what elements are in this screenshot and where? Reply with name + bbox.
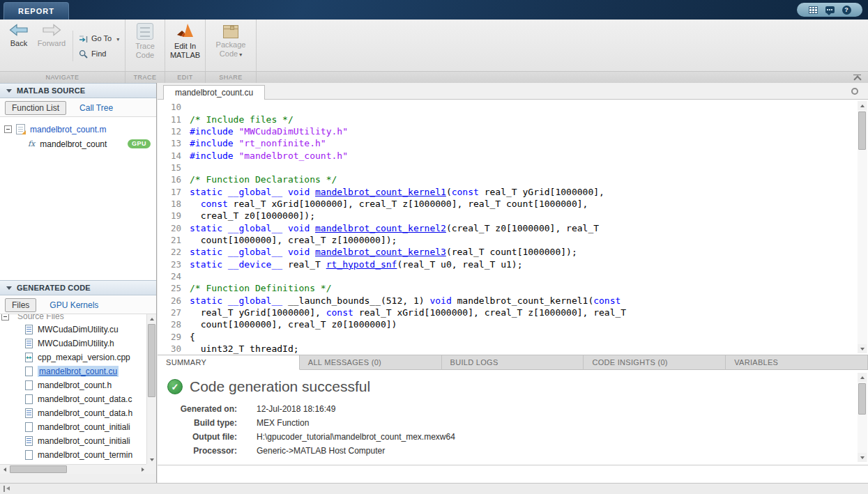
file-list-item[interactable]: mandelbrot_count_initiali — [0, 420, 147, 434]
code-line: 10 — [163, 101, 854, 113]
edit-group: Edit In MATLAB — [165, 20, 206, 71]
bottom-tab[interactable]: BUILD LOGS — [442, 355, 584, 370]
back-button[interactable]: Back — [3, 23, 34, 47]
summary-title: Code generation successful — [190, 378, 370, 395]
scrollbar-thumb[interactable] — [148, 324, 155, 397]
share-group-label: SHARE — [206, 72, 257, 83]
minimize-ribbon-icon[interactable] — [853, 75, 861, 81]
file-name: mandelbrot_count.h — [38, 380, 112, 390]
scrollbar-thumb[interactable] — [858, 111, 866, 150]
source-file-icon — [25, 422, 33, 432]
bottom-tab-label: ALL MESSAGES (0) — [308, 358, 381, 366]
file-list-item[interactable]: mandelbrot_count_data.c — [0, 392, 147, 406]
summary-scrollbar[interactable] — [858, 373, 867, 462]
package-code-button[interactable]: Package Code — [206, 23, 256, 59]
edit-in-matlab-button[interactable]: Edit In MATLAB — [165, 23, 205, 60]
scroll-down-button[interactable] — [858, 344, 867, 353]
main-panel: mandelbrot_count.cu 10 11 /* Include fil… — [158, 83, 868, 483]
panel-tab[interactable]: GPU Kernels — [43, 299, 105, 311]
panel-tab[interactable]: Call Tree — [73, 102, 119, 114]
code-text: creal_T z0[1000000]); — [190, 210, 315, 221]
matlab-source-header[interactable]: MATLAB SOURCE — [0, 83, 156, 98]
trace-code-icon — [137, 23, 153, 40]
file-list-scrollbar[interactable] — [146, 314, 156, 464]
line-number: 24 — [163, 271, 181, 281]
status-bar — [0, 483, 868, 494]
scroll-up-button[interactable] — [147, 314, 156, 323]
scroll-left-button[interactable] — [0, 465, 9, 474]
trace-code-label: Trace Code — [126, 42, 164, 60]
code-link[interactable]: mandelbrot_count_kernel2 — [315, 223, 446, 233]
forward-button[interactable]: Forward — [36, 23, 67, 47]
file-list-item[interactable]: mandelbrot_count_data.h — [0, 406, 147, 420]
code-line: 24 — [163, 270, 854, 282]
file-list-item[interactable]: MWCudaDimUtility.cu — [0, 323, 147, 337]
gpu-badge: GPU — [128, 139, 151, 148]
file-list-item[interactable]: mandelbrot_count.cu — [0, 364, 147, 378]
summary-status: Code generation successful — [158, 370, 868, 395]
line-number: 21 — [163, 235, 181, 245]
code-line: 22 static __global__ void mandelbrot_cou… — [163, 246, 854, 258]
scroll-down-button[interactable] — [147, 455, 156, 464]
collapse-sidebar-icon[interactable] — [3, 486, 12, 492]
code-link[interactable]: mandelbrot_count_kernel3 — [315, 247, 446, 257]
file-list-item[interactable]: mandelbrot_count_termin — [0, 448, 147, 462]
code-scrollbar[interactable] — [858, 101, 867, 353]
bottom-tab[interactable]: VARIABLES — [726, 355, 868, 370]
scrollbar-thumb[interactable] — [10, 465, 67, 473]
line-number: 28 — [163, 319, 181, 330]
code-text: /* Function Declarations */ — [190, 174, 337, 185]
editor-tab-label: mandelbrot_count.cu — [175, 88, 253, 98]
tab-options-icon[interactable] — [851, 88, 858, 95]
sidebar-horizontal-scrollbar[interactable] — [0, 464, 147, 474]
goto-button[interactable]: Go To — [79, 31, 119, 46]
layout-grid-icon[interactable] — [809, 6, 818, 14]
sidebar: MATLAB SOURCE Function List Call Tree ma… — [0, 83, 157, 483]
file-list-item[interactable]: cpp_mexapi_version.cpp — [0, 350, 147, 364]
help-icon[interactable]: ? — [842, 6, 851, 15]
scroll-up-button[interactable] — [858, 373, 867, 382]
collapse-box-icon[interactable] — [1, 314, 9, 321]
code-text: static __global__ void mandelbrot_count_… — [190, 187, 604, 197]
line-number: 15 — [163, 162, 181, 173]
file-list-item[interactable]: MWCudaDimUtility.h — [0, 337, 147, 350]
file-name: mandelbrot_count_data.c — [38, 394, 132, 404]
panel-tab[interactable]: Function List — [5, 101, 66, 115]
file-rows: MWCudaDimUtility.cu MWCudaDimUtility.h c… — [0, 323, 147, 464]
code-line: 28 count[1000000], creal_T z0[1000000]) — [163, 318, 854, 330]
tree-item-function[interactable]: fx mandelbrot_count GPU — [0, 137, 156, 151]
scroll-up-button[interactable] — [858, 101, 867, 110]
trace-code-button[interactable]: Trace Code — [125, 23, 165, 60]
panel-tab[interactable]: Files — [5, 298, 36, 312]
code-viewer: 10 11 /* Include files */ 12 #include "M… — [158, 100, 868, 355]
report-tab[interactable]: REPORT — [3, 2, 69, 20]
code-line: 26 static __global__ __launch_bounds__(5… — [163, 295, 854, 307]
code-text: static __global__ __launch_bounds__(512,… — [190, 295, 620, 306]
code-line: 30 uint32_T threadId; — [163, 343, 854, 355]
code-line: 13 #include "rt_nonfinite.h" — [163, 137, 854, 149]
file-list-item[interactable]: mandelbrot_count_initiali — [0, 434, 147, 448]
tree-item-mfile[interactable]: mandelbrot_count.m — [0, 122, 156, 137]
scrollbar-thumb[interactable] — [858, 383, 866, 415]
editor-tab[interactable]: mandelbrot_count.cu — [163, 85, 265, 100]
file-tree-group-label: Source Files — [17, 314, 64, 321]
generated-code-header[interactable]: GENERATED CODE — [0, 280, 156, 295]
line-number: 13 — [163, 138, 181, 148]
find-button[interactable]: Find — [79, 46, 119, 61]
feedback-icon[interactable] — [825, 6, 835, 13]
summary-row-label: Processor: — [167, 446, 237, 456]
editor-tab-bar: mandelbrot_count.cu — [158, 83, 868, 100]
bottom-tab[interactable]: ALL MESSAGES (0) — [300, 355, 442, 370]
bottom-tab[interactable]: SUMMARY — [158, 355, 300, 370]
bottom-tab[interactable]: CODE INSIGHTS (0) — [584, 355, 726, 370]
code-link[interactable]: mandelbrot_count_kernel1 — [315, 187, 446, 197]
package-code-label: Package Code — [212, 40, 250, 59]
file-list-item[interactable]: mandelbrot_count.h — [0, 378, 147, 392]
code-link[interactable]: rt_hypotd_snf — [326, 259, 397, 270]
collapse-box-icon[interactable] — [4, 125, 12, 133]
source-file-icon — [25, 450, 33, 460]
scroll-down-button[interactable] — [858, 453, 867, 462]
line-number: 27 — [163, 307, 181, 318]
back-arrow-icon — [8, 23, 29, 37]
file-tree-group-row[interactable]: Source Files — [0, 314, 147, 323]
